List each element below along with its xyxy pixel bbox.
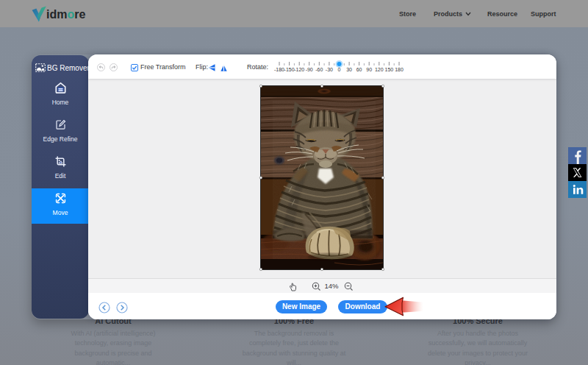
- svg-text:-60: -60: [315, 67, 323, 72]
- svg-text:120: 120: [375, 67, 384, 72]
- svg-text:0: 0: [338, 67, 341, 72]
- svg-text:60: 60: [356, 67, 362, 72]
- svg-text:30: 30: [346, 67, 352, 72]
- svg-text:150: 150: [385, 67, 394, 72]
- svg-text:-180: -180: [274, 67, 284, 72]
- svg-text:-30: -30: [326, 67, 333, 72]
- svg-text:-150: -150: [284, 67, 295, 72]
- svg-text:-120: -120: [294, 67, 304, 72]
- svg-text:90: 90: [366, 67, 372, 72]
- svg-text:-90: -90: [306, 67, 313, 72]
- svg-text:180: 180: [395, 67, 404, 72]
